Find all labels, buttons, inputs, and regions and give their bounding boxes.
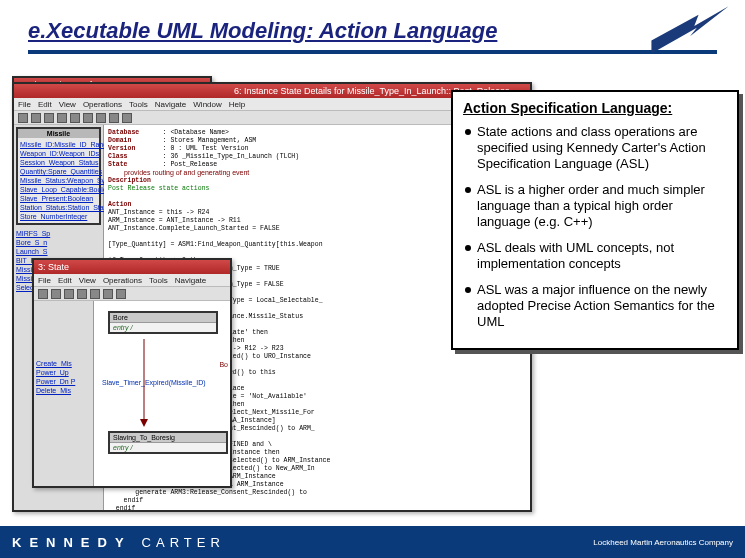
transition-arrow-icon bbox=[134, 339, 154, 429]
attr-link[interactable]: Quantity:Spare_Quantities bbox=[20, 167, 97, 176]
window3-title: 3: State bbox=[38, 262, 69, 272]
menu-navigate[interactable]: Navigate bbox=[155, 100, 187, 109]
class-box-title: Missile bbox=[18, 129, 99, 138]
slide-title: e.Xecutable UML Modeling: Action Languag… bbox=[28, 18, 717, 44]
slide-header: e.Xecutable UML Modeling: Action Languag… bbox=[0, 0, 745, 70]
menu-tools[interactable]: Tools bbox=[129, 100, 148, 109]
menu-navigate[interactable]: Navigate bbox=[175, 276, 207, 285]
callout-item: ASL deals with UML concepts, not impleme… bbox=[463, 240, 727, 272]
tool-icon[interactable] bbox=[109, 113, 119, 123]
brand-word-2: CARTER bbox=[142, 535, 225, 550]
meta-k2: Domain bbox=[108, 137, 131, 144]
state-entry: entry / bbox=[110, 443, 226, 452]
desc-text: Post Release state actions bbox=[108, 185, 209, 192]
attr-link[interactable]: MIRFS_Sp bbox=[16, 229, 101, 238]
meta-k5: State bbox=[108, 161, 128, 168]
tool-icon[interactable] bbox=[38, 289, 48, 299]
tool-icon[interactable] bbox=[18, 113, 28, 123]
callout-list: State actions and class operations are s… bbox=[463, 124, 727, 330]
op-link[interactable]: Power_Dn P bbox=[36, 377, 91, 386]
meta-k3: Version bbox=[108, 145, 135, 152]
callout-item: State actions and class operations are s… bbox=[463, 124, 727, 172]
menu-help[interactable]: Help bbox=[229, 100, 245, 109]
state-entry: entry / bbox=[110, 323, 216, 332]
attr-link[interactable]: Missile_ID:Missile_ID_Range bbox=[20, 140, 97, 149]
attr-link[interactable]: Session_Weapon_Status bbox=[20, 158, 97, 167]
menu-edit[interactable]: Edit bbox=[38, 100, 52, 109]
attr-link[interactable]: Weapon_ID:Weapon_IDs bbox=[20, 149, 97, 158]
menu-operations[interactable]: Operations bbox=[83, 100, 122, 109]
tool-icon[interactable] bbox=[51, 289, 61, 299]
attr-link[interactable]: Store_NumberInteger bbox=[20, 212, 97, 221]
tool-icon[interactable] bbox=[70, 113, 80, 123]
tool-icon[interactable] bbox=[64, 289, 74, 299]
window3-toolbar[interactable] bbox=[34, 287, 230, 301]
menu-view[interactable]: View bbox=[59, 100, 76, 109]
callout-heading: Action Specification Language: bbox=[463, 100, 727, 116]
company-star-logo bbox=[645, 2, 735, 62]
callout-item: ASL is a higher order and much simpler l… bbox=[463, 182, 727, 230]
annotation-note: provides routing of and generating event bbox=[124, 168, 249, 177]
tool-icon[interactable] bbox=[83, 113, 93, 123]
window3-titlebar[interactable]: 3: State bbox=[34, 260, 230, 274]
tool-icon[interactable] bbox=[31, 113, 41, 123]
attr-link[interactable]: Slave_Present:Boolean bbox=[20, 194, 97, 203]
callout-box: Action Specification Language: State act… bbox=[451, 90, 739, 350]
op-link[interactable]: Create_Mis bbox=[36, 359, 91, 368]
meta-k4: Class bbox=[108, 153, 128, 160]
state-title: Slaving_To_Boresig bbox=[110, 433, 226, 443]
menu-window[interactable]: Window bbox=[193, 100, 221, 109]
tool-icon[interactable] bbox=[116, 289, 126, 299]
footer-copyright: Lockheed Martin Aeronautics Company bbox=[593, 538, 733, 547]
op-link[interactable]: Power_Up bbox=[36, 368, 91, 377]
window3-canvas[interactable]: Bore entry / Slave_Timer_Expired(Missile… bbox=[94, 301, 230, 486]
window3-sidebar[interactable]: Create_Mis Power_Up Power_Dn P Delete_Mi… bbox=[34, 301, 94, 486]
tool-icon[interactable] bbox=[44, 113, 54, 123]
menu-view[interactable]: View bbox=[79, 276, 96, 285]
menu-operations[interactable]: Operations bbox=[103, 276, 142, 285]
action-label: Action bbox=[108, 201, 131, 208]
state-bore[interactable]: Bore entry / bbox=[108, 311, 218, 334]
attr-link[interactable]: Station_Status:Station_Status_Type bbox=[20, 203, 97, 212]
attr-link[interactable]: Slave_Loop_Capable:Boolean bbox=[20, 185, 97, 194]
brand-word-1: KENNEDY bbox=[12, 535, 132, 550]
op-link[interactable]: Delete_Mis bbox=[36, 386, 91, 395]
attr-link[interactable]: Missile_Status:Weapon_System_Status bbox=[20, 176, 97, 185]
tool-icon[interactable] bbox=[57, 113, 67, 123]
slide-content: 2: Class Diagram for File Edit View 6: I… bbox=[0, 70, 745, 510]
window3-menubar[interactable]: File Edit View Operations Tools Navigate bbox=[34, 274, 230, 287]
menu-tools[interactable]: Tools bbox=[149, 276, 168, 285]
slide-footer: KENNEDYCARTER Lockheed Martin Aeronautic… bbox=[0, 526, 745, 558]
tool-icon[interactable] bbox=[122, 113, 132, 123]
callout-item: ASL was a major influence on the newly a… bbox=[463, 282, 727, 330]
class-box-missile[interactable]: Missile Missile_ID:Missile_ID_Range Weap… bbox=[16, 127, 101, 225]
header-divider bbox=[28, 50, 717, 54]
window-state-diagram: 3: State File Edit View Operations Tools… bbox=[32, 258, 232, 488]
meta-k1: Database bbox=[108, 129, 139, 136]
desc-label: Description bbox=[108, 177, 151, 184]
tool-icon[interactable] bbox=[103, 289, 113, 299]
tool-icon[interactable] bbox=[77, 289, 87, 299]
footer-brand: KENNEDYCARTER bbox=[12, 535, 225, 550]
attr-link[interactable]: Launch_S bbox=[16, 247, 101, 256]
tool-icon[interactable] bbox=[96, 113, 106, 123]
svg-marker-1 bbox=[140, 419, 148, 427]
attr-link[interactable]: Bore_S_n bbox=[16, 238, 101, 247]
tool-icon[interactable] bbox=[90, 289, 100, 299]
state-slaving[interactable]: Slaving_To_Boresig entry / bbox=[108, 431, 228, 454]
menu-file[interactable]: File bbox=[38, 276, 51, 285]
menu-edit[interactable]: Edit bbox=[58, 276, 72, 285]
truncated-note: Bo bbox=[219, 361, 228, 368]
state-title: Bore bbox=[110, 313, 216, 323]
menu-file[interactable]: File bbox=[18, 100, 31, 109]
